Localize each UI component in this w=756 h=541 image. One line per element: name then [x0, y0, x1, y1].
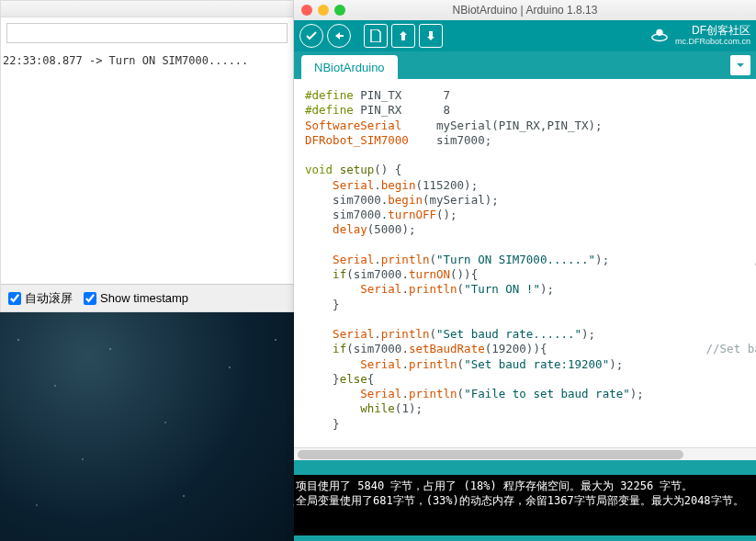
arduino-ide-window: NBiotArduino | Arduino 1.8.13 DF创客社区 mc.…: [294, 0, 756, 541]
verify-button[interactable]: [299, 24, 323, 48]
serial-monitor-window: 22:33:08.877 -> Turn ON SIM7000...... 自动…: [0, 0, 294, 312]
close-button[interactable]: [301, 5, 312, 16]
console-line: 项目使用了 5840 字节，占用了 (18%) 程序存储空间。最大为 32256…: [296, 479, 754, 493]
dfrobot-logo-icon: [649, 26, 670, 46]
compiler-console: 项目使用了 5840 字节，占用了 (18%) 程序存储空间。最大为 32256…: [294, 475, 756, 535]
brand-name: DF创客社区: [675, 25, 750, 37]
autoscroll-checkbox[interactable]: 自动滚屏: [8, 290, 73, 307]
serial-footer: 自动滚屏 Show timestamp: [1, 284, 293, 311]
brand-url: mc.DFRobot.com.cn: [675, 38, 750, 47]
code-editor[interactable]: #define PIN_TX 7 #define PIN_RX 8 Softwa…: [294, 79, 756, 447]
editor-horizontal-scrollbar[interactable]: [294, 447, 756, 460]
serial-output: 22:33:08.877 -> Turn ON SIM7000......: [1, 49, 293, 269]
brand-logo-area: DF创客社区 mc.DFRobot.com.cn: [649, 25, 750, 46]
tab-bar: NBiotArduino: [294, 51, 756, 79]
autoscroll-label: 自动滚屏: [25, 290, 73, 307]
serial-titlebar: [1, 1, 293, 17]
tab-menu-button[interactable]: [730, 55, 750, 75]
window-title: NBiotArduino | Arduino 1.8.13: [294, 4, 756, 17]
upload-button[interactable]: [327, 24, 351, 48]
svg-point-1: [656, 29, 662, 36]
timestamp-label: Show timestamp: [100, 291, 188, 305]
status-bar: [294, 460, 756, 475]
desktop-wallpaper: [0, 312, 294, 541]
sketch-tab[interactable]: NBiotArduino: [301, 55, 398, 79]
serial-send-input[interactable]: [6, 23, 288, 43]
footer-strip: [294, 535, 756, 541]
open-sketch-button[interactable]: [391, 24, 415, 48]
new-sketch-button[interactable]: [364, 24, 388, 48]
minimize-button[interactable]: [318, 5, 329, 16]
maximize-button[interactable]: [334, 5, 345, 16]
window-titlebar: NBiotArduino | Arduino 1.8.13: [294, 0, 756, 20]
console-line: 全局变量使用了681字节，(33%)的动态内存，余留1367字节局部变量。最大为…: [296, 493, 754, 508]
toolbar: DF创客社区 mc.DFRobot.com.cn: [294, 20, 756, 51]
timestamp-checkbox[interactable]: Show timestamp: [84, 291, 188, 305]
save-sketch-button[interactable]: [419, 24, 443, 48]
